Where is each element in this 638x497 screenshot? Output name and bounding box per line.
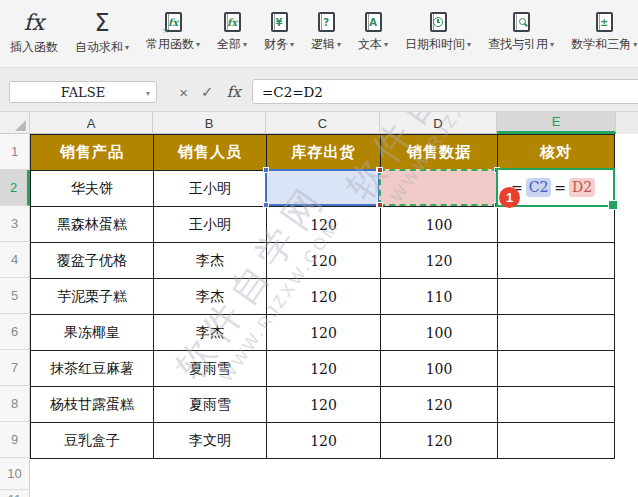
- cell-e9[interactable]: [498, 423, 615, 459]
- row-header-7[interactable]: 7: [0, 350, 30, 386]
- name-box-value: FALSE: [61, 85, 105, 100]
- cell-d4[interactable]: 120: [381, 243, 498, 279]
- table-header-row: 销售产品 销售人员 库存出货 销售数据 核对: [31, 135, 615, 171]
- cell-c8[interactable]: 120: [267, 387, 381, 423]
- chevron-down-icon: ▾: [467, 41, 471, 49]
- table-row: 果冻椰皇 李杰 120 100: [31, 315, 615, 351]
- cell-a5[interactable]: 芋泥栗子糕: [31, 279, 154, 315]
- cell-e8[interactable]: [498, 387, 615, 423]
- cell-d3[interactable]: 100: [381, 207, 498, 243]
- table-row: 豆乳盒子 李文明 120 120: [31, 423, 615, 459]
- lookup-reference-button[interactable]: 查找与引用▾: [488, 0, 554, 53]
- row-header-4[interactable]: 4: [0, 242, 30, 278]
- cell-a7[interactable]: 抹茶红豆麻薯: [31, 351, 154, 387]
- table-row: 芋泥栗子糕 李杰 120 110: [31, 279, 615, 315]
- financial-functions-button[interactable]: ¥ 财务▾: [264, 0, 294, 53]
- cancel-entry-button[interactable]: ×: [179, 84, 188, 101]
- table-row: 覆盆子优格 李杰 120 120: [31, 243, 615, 279]
- chevron-down-icon[interactable]: ▾: [146, 89, 150, 98]
- row-header-3[interactable]: 3: [0, 206, 30, 242]
- common-functions-button[interactable]: fx☆ 常用函数▾: [146, 0, 200, 53]
- book-plusminus-icon: ±: [596, 12, 613, 32]
- column-header-c[interactable]: C: [266, 112, 380, 134]
- cell-b7[interactable]: 夏雨雪: [154, 351, 267, 387]
- row-header-6[interactable]: 6: [0, 314, 30, 350]
- insert-function-fx-button[interactable]: fx: [227, 83, 241, 101]
- row-header-strip: 1 2 3 4 5 6 7 8 9 10 11: [0, 134, 30, 497]
- column-header-filler: [616, 112, 638, 134]
- book-search-icon: [513, 12, 530, 32]
- cell-b5[interactable]: 李杰: [154, 279, 267, 315]
- cell-a4[interactable]: 覆盆子优格: [31, 243, 154, 279]
- worksheet-grid: A B C D E 1 2 3 4 5 6 7 8 9 10 11 销售产品 销…: [0, 112, 638, 497]
- cell-b4[interactable]: 李杰: [154, 243, 267, 279]
- name-box[interactable]: FALSE ▾: [9, 81, 157, 103]
- cell-b3[interactable]: 王小明: [154, 207, 267, 243]
- math-trig-button[interactable]: ± 数学和三角▾: [571, 0, 637, 53]
- row-header-11[interactable]: 11: [0, 490, 30, 497]
- autosum-button[interactable]: Σ 自动求和▾: [75, 0, 129, 56]
- cell-e7[interactable]: [498, 351, 615, 387]
- cell-b2[interactable]: 王小明: [154, 171, 267, 207]
- row-header-8[interactable]: 8: [0, 386, 30, 422]
- row-header-1[interactable]: 1: [0, 134, 30, 170]
- row-header-9[interactable]: 9: [0, 422, 30, 458]
- chevron-down-icon: ▾: [243, 41, 247, 49]
- confirm-entry-button[interactable]: ✓: [201, 83, 214, 101]
- cell-d8[interactable]: 120: [381, 387, 498, 423]
- header-cell-e1[interactable]: 核对: [498, 135, 615, 171]
- cell-a8[interactable]: 杨枝甘露蛋糕: [31, 387, 154, 423]
- fx-icon: fx: [24, 9, 45, 37]
- d2-range-highlight: [379, 169, 498, 206]
- d2-reference-token: D2: [569, 178, 595, 197]
- formula-input[interactable]: =C2=D2: [252, 79, 638, 104]
- cell-b6[interactable]: 李杰: [154, 315, 267, 351]
- all-functions-button[interactable]: fx 全部▾: [217, 0, 247, 53]
- cell-a6[interactable]: 果冻椰皇: [31, 315, 154, 351]
- table-row: 黑森林蛋糕 王小明 120 100: [31, 207, 615, 243]
- header-cell-d1[interactable]: 销售数据: [381, 135, 498, 171]
- cell-b9[interactable]: 李文明: [154, 423, 267, 459]
- cell-c7[interactable]: 120: [267, 351, 381, 387]
- row-header-2[interactable]: 2: [0, 170, 30, 206]
- cell-e3[interactable]: [498, 207, 615, 243]
- text-functions-button[interactable]: A 文本▾: [358, 0, 388, 53]
- column-header-d[interactable]: D: [380, 112, 497, 134]
- cell-e4[interactable]: [498, 243, 615, 279]
- cell-d5[interactable]: 110: [381, 279, 498, 315]
- cell-e6[interactable]: [498, 315, 615, 351]
- row-header-5[interactable]: 5: [0, 278, 30, 314]
- logical-functions-button[interactable]: ? 逻辑▾: [311, 0, 341, 53]
- cell-c4[interactable]: 120: [267, 243, 381, 279]
- cell-c6[interactable]: 120: [267, 315, 381, 351]
- column-header-e[interactable]: E: [497, 112, 616, 134]
- cell-c5[interactable]: 120: [267, 279, 381, 315]
- fill-handle[interactable]: [608, 200, 618, 210]
- cell-d7[interactable]: 100: [381, 351, 498, 387]
- formula-bar: FALSE ▾ × ✓ fx =C2=D2 2: [0, 68, 638, 112]
- header-cell-c1[interactable]: 库存出货: [267, 135, 381, 171]
- cell-d6[interactable]: 100: [381, 315, 498, 351]
- cell-a2[interactable]: 华夫饼: [31, 171, 154, 207]
- cell-a3[interactable]: 黑森林蛋糕: [31, 207, 154, 243]
- row-header-10[interactable]: 10: [0, 458, 30, 490]
- book-fx-icon: fx: [224, 12, 241, 32]
- cell-d9[interactable]: 120: [381, 423, 498, 459]
- cell-c3[interactable]: 120: [267, 207, 381, 243]
- cell-c9[interactable]: 120: [267, 423, 381, 459]
- column-header-b[interactable]: B: [153, 112, 266, 134]
- cell-e5[interactable]: [498, 279, 615, 315]
- header-cell-b1[interactable]: 销售人员: [154, 135, 267, 171]
- header-cell-a1[interactable]: 销售产品: [31, 135, 154, 171]
- select-all-corner[interactable]: [0, 112, 30, 134]
- chevron-down-icon: ▾: [633, 41, 637, 49]
- column-header-strip: A B C D E: [0, 112, 638, 134]
- insert-function-button[interactable]: fx 插入函数: [10, 0, 58, 56]
- datetime-functions-button[interactable]: 日期和时间▾: [405, 0, 471, 53]
- cell-a9[interactable]: 豆乳盒子: [31, 423, 154, 459]
- book-yen-icon: ¥: [271, 12, 288, 32]
- column-header-a[interactable]: A: [30, 112, 153, 134]
- spreadsheet-app-window: fx 插入函数 Σ 自动求和▾ fx☆ 常用函数▾ fx 全部▾ ¥ 财务▾ ?…: [0, 0, 638, 497]
- sigma-icon: Σ: [94, 9, 109, 37]
- cell-b8[interactable]: 夏雨雪: [154, 387, 267, 423]
